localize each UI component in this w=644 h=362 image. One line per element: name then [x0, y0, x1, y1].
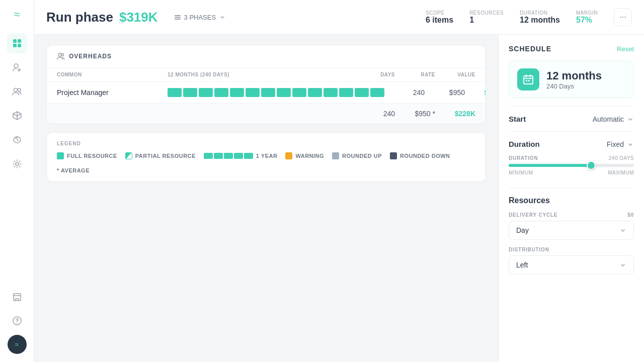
slider-max-label: MAXIMUM	[608, 170, 634, 175]
schedule-section: SCHEDULE Reset 12 months	[509, 45, 634, 175]
bar-10	[308, 88, 322, 97]
overheads-title: OVERHEADS	[69, 53, 112, 60]
app-logo[interactable]: ≈	[14, 8, 20, 21]
header-stats: SCOPE 6 items RESOURCES 1 DURATION 12 mo…	[426, 8, 632, 26]
rounded-up-swatch	[332, 152, 339, 159]
resources-title: Resources	[509, 196, 634, 205]
start-chevron-icon	[627, 116, 634, 123]
duration-stat: DURATION 12 months	[520, 10, 560, 25]
legend-partial-resource: PARTIAL RESOURCE	[125, 152, 196, 159]
slider-fill	[509, 164, 591, 167]
sidebar-item-help[interactable]	[7, 311, 27, 331]
page-header: Run phase $319K 3 PHASES SCOPE 6 items R…	[34, 0, 644, 35]
table-header: COMMON 12 MONTHS (240 DAYS) DAYS RATE VA…	[47, 67, 486, 82]
reset-button[interactable]: Reset	[617, 45, 634, 53]
sidebar-item-settings[interactable]	[7, 154, 27, 174]
distribution-option: Left	[516, 261, 528, 269]
slider-labels: DURATION 240 DAYS	[509, 155, 634, 161]
svg-rect-17	[524, 76, 533, 84]
bar-13	[355, 88, 369, 97]
bar-3	[199, 88, 213, 97]
footer-value: $228K	[435, 110, 475, 118]
col-rate: RATE	[395, 72, 435, 77]
resources-section: Resources DELIVERY CYCLE $0 Day DISTRIBU…	[509, 196, 634, 275]
delivery-cycle-chevron-icon	[619, 227, 626, 234]
duration-field-value: 240 DAYS	[609, 155, 634, 161]
panel-divider-1	[509, 106, 634, 107]
page-title-text: Run phase	[46, 10, 113, 25]
sidebar-item-team[interactable]	[7, 81, 27, 102]
legend-rounded-up: ROUNDED UP	[332, 152, 382, 159]
phases-indicator[interactable]: 3 PHASES	[174, 14, 226, 21]
bar-11	[324, 88, 338, 97]
start-value[interactable]: Automatic	[593, 115, 634, 123]
sidebar-item-dashboard[interactable]	[7, 33, 27, 53]
margin-stat: MARGIN 57%	[576, 10, 598, 25]
delivery-cycle-select[interactable]: Day	[509, 221, 634, 240]
full-resource-label: FULL RESOURCE	[67, 153, 117, 159]
bar-mini-5	[244, 153, 253, 159]
delivery-cycle-option: Day	[516, 226, 529, 234]
resources-label: RESOURCES	[469, 10, 504, 16]
rounded-down-swatch	[390, 152, 397, 159]
phases-icon	[174, 14, 181, 21]
bar-1	[168, 88, 182, 97]
bar-8	[277, 88, 291, 97]
margin-value: 57%	[576, 16, 598, 25]
user-avatar[interactable]: ≈	[8, 335, 27, 354]
svg-rect-13	[175, 17, 181, 18]
svg-rect-3	[18, 44, 21, 47]
duration-row: Duration Fixed	[509, 140, 634, 148]
start-value-text: Automatic	[593, 115, 624, 123]
svg-rect-2	[13, 44, 17, 47]
schedule-title: SCHEDULE	[509, 45, 551, 53]
slider-track[interactable]	[509, 164, 634, 167]
full-resource-swatch	[57, 152, 64, 159]
main-content: Run phase $319K 3 PHASES SCOPE 6 items R…	[34, 0, 644, 362]
warning-swatch	[285, 152, 292, 159]
row-rate: $950	[425, 88, 465, 97]
duration-type-value[interactable]: Fixed	[607, 140, 634, 148]
sidebar-item-cube[interactable]	[7, 106, 27, 126]
one-year-label: 1 YEAR	[256, 153, 278, 159]
svg-point-16	[61, 54, 64, 56]
svg-point-6	[18, 88, 21, 92]
scope-value: 6 items	[426, 16, 453, 25]
bar-4	[214, 88, 228, 97]
col-common: COMMON	[57, 72, 168, 77]
row-value: $228K	[465, 88, 486, 97]
start-row: Start Automatic	[509, 115, 634, 123]
duration-months: 12 months	[546, 69, 602, 82]
distribution-chevron-icon	[619, 261, 626, 268]
slider-min-max: MINIMUM MAXIMUM	[509, 170, 634, 175]
distribution-select[interactable]: Left	[509, 255, 634, 275]
legend-items: FULL RESOURCE PARTIAL RESOURCE	[57, 152, 475, 173]
svg-rect-14	[175, 19, 181, 20]
bar-mini-1	[204, 153, 213, 159]
duration-label: Duration	[509, 140, 540, 148]
margin-label: MARGIN	[576, 10, 598, 16]
sidebar: ≈	[0, 0, 34, 362]
svg-rect-9	[14, 294, 21, 301]
more-button[interactable]: ···	[614, 8, 632, 26]
bar-5	[230, 88, 244, 97]
distribution-label-row: DISTRIBUTION	[509, 247, 634, 252]
warning-label: WARNING	[295, 153, 324, 159]
duration-chevron-icon	[627, 141, 634, 148]
overheads-card: OVERHEADS COMMON 12 MONTHS (240 DAYS) DA…	[46, 45, 486, 124]
bar-2	[183, 88, 197, 97]
bar-7	[261, 88, 275, 97]
legend-title: LEGEND	[57, 141, 475, 146]
schedule-header: SCHEDULE Reset	[509, 45, 634, 53]
delivery-cycle-value: $0	[627, 212, 634, 218]
average-label: * AVERAGE	[57, 167, 90, 173]
sidebar-item-user-add[interactable]	[7, 57, 27, 77]
slider-thumb[interactable]	[587, 161, 596, 170]
bar-mini-4	[234, 153, 243, 159]
sidebar-item-building[interactable]	[7, 287, 27, 307]
sidebar-item-brain[interactable]	[7, 130, 27, 150]
scope-label: SCOPE	[426, 10, 453, 16]
svg-point-11	[17, 323, 18, 324]
resources-value: 1	[469, 16, 504, 25]
svg-point-5	[14, 88, 17, 92]
